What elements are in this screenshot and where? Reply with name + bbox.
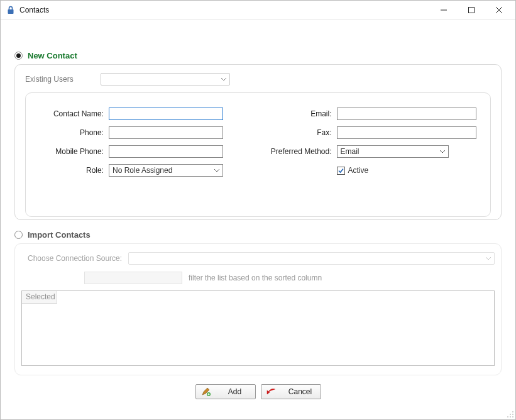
role-label: Role: [37, 166, 109, 175]
client-area: New Contact Existing Users Contact Name: [1, 19, 515, 419]
contact-name-input[interactable] [109, 108, 223, 120]
email-input[interactable] [337, 108, 476, 120]
svg-point-8 [512, 411, 513, 412]
dialog-footer: Add Cancel [14, 384, 502, 399]
filter-hint-text: filter the list based on the sorted colu… [189, 274, 322, 282]
import-contacts-radio[interactable] [14, 231, 23, 239]
active-checkbox[interactable] [337, 167, 345, 175]
pencil-add-icon [201, 387, 211, 397]
lock-icon [6, 5, 16, 15]
svg-rect-2 [469, 7, 475, 13]
active-checkbox-label: Active [348, 166, 369, 175]
titlebar: Contacts [1, 1, 515, 19]
cancel-button[interactable]: Cancel [261, 384, 321, 399]
chevron-down-icon [483, 253, 494, 264]
add-button-label: Add [220, 387, 250, 396]
import-contacts-radio-row: Import Contacts [14, 230, 502, 240]
svg-point-12 [510, 416, 511, 417]
grid-col-selected[interactable]: Selected [22, 291, 57, 304]
existing-users-combo[interactable] [101, 73, 230, 86]
maximize-button[interactable] [458, 1, 485, 19]
svg-point-9 [512, 414, 513, 415]
contact-name-label: Contact Name: [37, 109, 109, 118]
fax-input[interactable] [337, 126, 476, 139]
phone-label: Phone: [37, 128, 109, 137]
role-select[interactable]: No Role Assigned [109, 164, 223, 177]
existing-users-label: Existing Users [25, 75, 101, 84]
active-checkbox-wrap[interactable]: Active [337, 166, 369, 175]
connection-source-combo[interactable] [128, 252, 495, 265]
svg-rect-0 [8, 9, 14, 14]
role-select-value: No Role Assigned [113, 166, 172, 175]
mobile-phone-label: Mobile Phone: [37, 147, 109, 156]
contacts-window: Contacts New Contact Existing Users [0, 0, 516, 420]
add-button[interactable]: Add [195, 384, 256, 399]
preferred-method-label: Preferred Method: [268, 147, 337, 156]
window-title: Contacts [19, 6, 49, 14]
import-contacts-radio-label: Import Contacts [28, 230, 91, 240]
new-contact-panel: Existing Users Contact Name: Phone: [14, 64, 502, 220]
new-contact-radio-label: New Contact [28, 51, 77, 60]
cancel-button-label: Cancel [285, 387, 316, 396]
svg-point-13 [507, 416, 508, 417]
import-contacts-panel: Choose Connection Source: filter the lis… [14, 243, 502, 375]
minimize-button[interactable] [430, 1, 458, 19]
contact-fields-panel: Contact Name: Phone: Mobile Phone: Role: [25, 92, 491, 217]
email-label: Email: [268, 109, 337, 118]
chevron-down-icon [211, 165, 222, 176]
new-contact-radio[interactable] [14, 52, 23, 60]
phone-input[interactable] [109, 126, 223, 139]
svg-point-11 [512, 416, 513, 417]
resize-grip[interactable] [507, 411, 514, 418]
preferred-method-select[interactable]: Email [337, 145, 449, 158]
fax-label: Fax: [268, 128, 337, 137]
cancel-arrow-icon [266, 387, 277, 397]
new-contact-radio-row: New Contact [14, 51, 502, 60]
close-button[interactable] [485, 1, 513, 19]
chevron-down-icon [218, 74, 229, 85]
mobile-phone-input[interactable] [109, 145, 223, 158]
chevron-down-icon [437, 146, 448, 157]
svg-point-10 [510, 414, 511, 415]
grid-header: Selected [22, 291, 494, 304]
filter-input[interactable] [84, 272, 182, 284]
import-grid[interactable]: Selected [21, 290, 495, 366]
connection-source-label: Choose Connection Source: [28, 254, 128, 263]
preferred-method-value: Email [341, 147, 360, 156]
